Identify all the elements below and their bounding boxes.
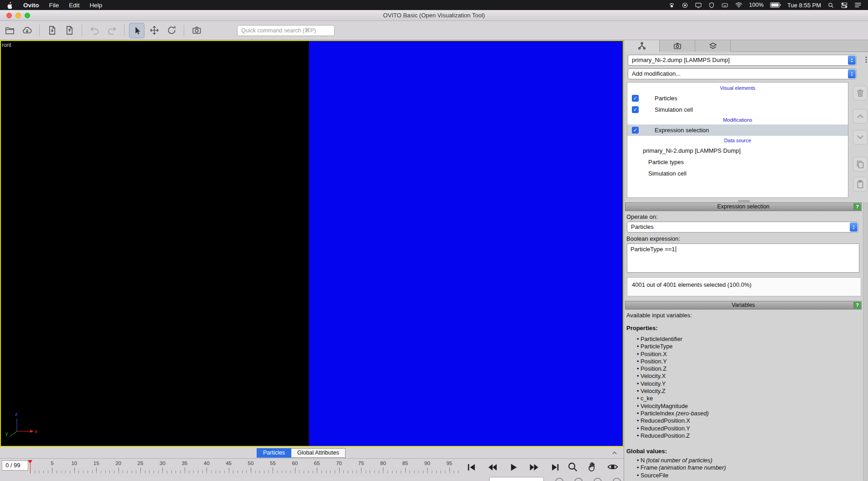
help-button[interactable]: ? — [853, 203, 861, 210]
section-title: Expression selection — [717, 203, 770, 210]
open-file-button[interactable] — [2, 23, 17, 38]
help-button[interactable]: ? — [853, 302, 861, 309]
panel-splitter-handle[interactable] — [738, 200, 750, 202]
copy-pipeline-item-button[interactable] — [853, 157, 868, 171]
globals-list: N(total number of particles) Frame(anima… — [637, 457, 726, 479]
partial-frame-input[interactable] — [489, 477, 544, 481]
pipeline-item-particle-types[interactable]: Particle types — [627, 156, 848, 168]
menu-app-name[interactable]: Ovito — [23, 2, 39, 9]
tab-overlays[interactable] — [695, 40, 731, 52]
tab-global-attributes[interactable]: Global Attributes — [291, 448, 346, 458]
checkbox-expression-selection[interactable]: ✓ — [632, 127, 639, 134]
checkbox-simulation-cell[interactable]: ✓ — [632, 106, 639, 113]
rotate-mode-button[interactable] — [164, 23, 179, 38]
import-data-button[interactable] — [44, 23, 60, 38]
combo-stepper-icon: ▲▼ — [848, 56, 856, 65]
current-frame-spinner[interactable]: 0 / 99 — [2, 460, 28, 471]
pipeline-item-particles[interactable]: ✓ Particles — [627, 93, 848, 104]
timeline-tick-label: 70 — [336, 460, 342, 466]
variable-list-item: ParticleIndex(zero-based) — [637, 410, 709, 417]
variable-list-item: Frame(animation frame number) — [637, 464, 726, 471]
zoom-mode-button[interactable] — [564, 460, 581, 474]
tab-particles[interactable]: Particles — [257, 448, 291, 458]
pipeline-item-simulation-cell[interactable]: ✓ Simulation cell — [627, 104, 848, 115]
shield-icon[interactable] — [708, 2, 715, 9]
paste-pipeline-item-button[interactable] — [853, 177, 868, 191]
available-variables-label: Available input variables: — [626, 312, 692, 319]
control-center-icon[interactable] — [841, 2, 848, 9]
jump-to-end-button[interactable] — [547, 460, 563, 474]
expression-selection-header[interactable]: Expression selection ? — [625, 202, 862, 211]
redo-icon — [107, 25, 117, 36]
pan-viewport-button[interactable] — [584, 460, 601, 474]
pipeline-item-source-simulation-cell[interactable]: Simulation cell — [627, 168, 848, 179]
pipeline-selector[interactable]: primary_Ni-2.dump [LAMMPS Dump] ▲▼ — [628, 55, 857, 66]
rewind-icon — [487, 462, 498, 473]
panel-scrollbar[interactable] — [863, 202, 868, 481]
operate-on-dropdown[interactable]: Particles ▲▼ — [627, 222, 858, 233]
timeline-tick-label: 95 — [446, 460, 452, 466]
menu-file[interactable]: File — [49, 2, 59, 9]
pan-mode-button[interactable] — [146, 23, 162, 38]
menubar-clock[interactable]: Tue 8:55 PM — [787, 2, 821, 9]
delete-modifier-button[interactable] — [853, 86, 868, 100]
timeline-tick-label: 25 — [138, 460, 144, 466]
tab-modify[interactable] — [624, 40, 660, 52]
camera-icon — [191, 25, 202, 36]
redo-button[interactable] — [104, 23, 119, 38]
pipeline-item-source-file[interactable]: primary_Ni-2.dump [LAMMPS Dump] — [627, 145, 848, 156]
pipeline-menu-button[interactable]: ⋮ — [863, 55, 868, 64]
render-preview-toggle[interactable] — [604, 460, 621, 474]
export-data-button[interactable] — [62, 23, 77, 38]
timeline-tick-label: 60 — [292, 460, 298, 466]
undo-button[interactable] — [87, 23, 102, 38]
focus-icon[interactable] — [682, 2, 688, 9]
menu-list-icon[interactable] — [854, 2, 862, 8]
display-icon[interactable] — [695, 2, 702, 9]
import-remote-file-button[interactable] — [19, 23, 35, 38]
pipeline-selector-value: primary_Ni-2.dump [LAMMPS Dump] — [632, 57, 730, 63]
boolean-expression-label: Boolean expression: — [626, 235, 680, 242]
collapse-inspector-button[interactable] — [611, 449, 618, 456]
pipeline-item-expression-selection[interactable]: ✓ Expression selection — [627, 124, 848, 136]
timeline-minor-ticks — [30, 471, 459, 473]
animation-timeline: 0 / 99 510152025303540455055606570758085… — [0, 459, 624, 481]
viewport-caption[interactable]: ront — [2, 42, 11, 48]
previous-frame-button[interactable] — [484, 460, 501, 474]
variables-header[interactable]: Variables ? — [625, 301, 862, 310]
tab-render[interactable] — [660, 40, 695, 52]
expression-input[interactable]: ParticleType ==1 — [627, 243, 859, 273]
timeline-tick-label: 20 — [115, 460, 121, 466]
svg-text:z: z — [15, 411, 18, 417]
pipeline-item-label: primary_Ni-2.dump [LAMMPS Dump] — [643, 147, 741, 154]
select-mode-button[interactable] — [129, 23, 145, 38]
menu-help[interactable]: Help — [90, 2, 103, 9]
spotlight-search-icon[interactable] — [827, 2, 834, 9]
add-modification-dropdown[interactable]: Add modification... ▲▼ — [628, 68, 857, 79]
wifi-icon[interactable] — [735, 2, 743, 8]
toolbar-separator — [82, 25, 82, 36]
quick-command-search-input[interactable] — [237, 25, 335, 36]
add-modification-label: Add modification... — [632, 70, 681, 77]
move-modifier-up-button[interactable] — [853, 109, 868, 124]
play-button[interactable] — [505, 460, 522, 474]
play-icon — [508, 462, 519, 473]
partial-toolbar-icons — [554, 477, 622, 481]
variable-list-item: ReducedPosition.Z — [637, 432, 709, 440]
render-button[interactable] — [189, 23, 204, 38]
apple-menu-icon[interactable] — [6, 1, 13, 9]
battery-icon[interactable] — [770, 2, 781, 8]
viewport[interactable]: ront z x y — [0, 40, 624, 447]
timeline-tick-label: 40 — [204, 460, 210, 466]
next-frame-button[interactable] — [526, 460, 542, 474]
keyboard-icon[interactable] — [721, 2, 728, 9]
timeline-tick-label: 35 — [181, 460, 187, 466]
cursor-icon — [132, 26, 142, 36]
timeline-ruler[interactable]: 5101520253035404550556065707580859095 — [30, 460, 459, 474]
jump-to-start-button[interactable] — [463, 460, 480, 474]
current-frame-marker[interactable] — [28, 460, 32, 464]
move-modifier-down-button[interactable] — [853, 130, 868, 145]
paw-icon[interactable] — [668, 2, 675, 9]
checkbox-particles[interactable]: ✓ — [632, 95, 639, 102]
menu-edit[interactable]: Edit — [69, 2, 79, 9]
